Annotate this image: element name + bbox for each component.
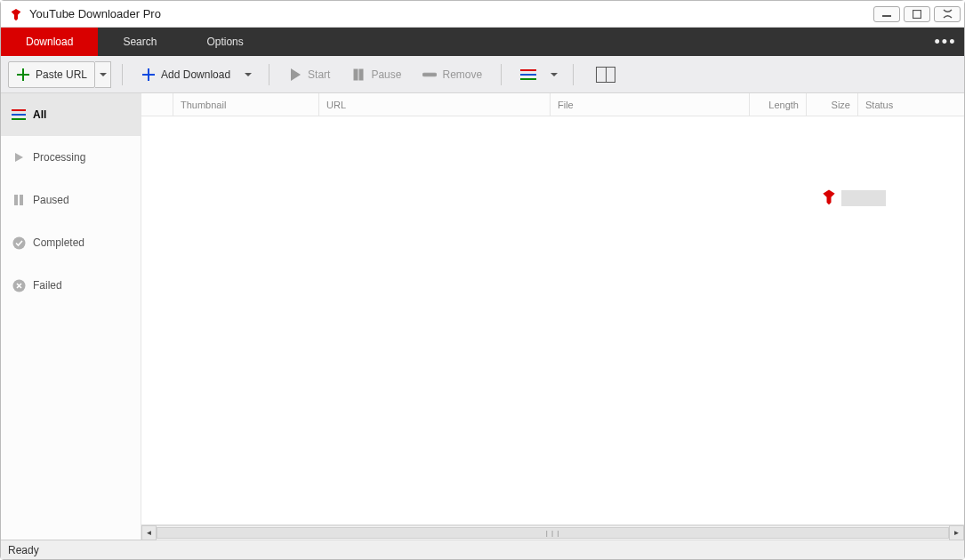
sidebar-item-label: Processing	[33, 151, 85, 164]
toolbar-separator	[501, 64, 502, 85]
column-label: Thumbnail	[181, 100, 226, 110]
svg-rect-0	[882, 15, 891, 17]
column-label: File	[558, 100, 574, 110]
column-header-size[interactable]: Size	[807, 93, 858, 116]
split-view-icon	[596, 67, 615, 83]
paste-url-label: Paste URL	[36, 68, 87, 81]
column-headers: Thumbnail URL File Length Size Status	[141, 93, 964, 116]
tab-label: Options	[206, 36, 243, 48]
app-logo-icon	[820, 188, 838, 209]
main-content: All Processing Paused Completed	[1, 93, 964, 540]
pause-icon	[12, 193, 26, 207]
sidebar-item-completed[interactable]: Completed	[1, 221, 141, 264]
column-header-url[interactable]: URL	[319, 93, 551, 116]
main-tabs: Download Search Options •••	[1, 28, 964, 56]
play-icon	[288, 68, 302, 82]
column-header-thumbnail[interactable]: Thumbnail	[173, 93, 319, 116]
titlebar: YouTube Downloader Pro	[1, 1, 964, 28]
column-label: Size	[832, 100, 850, 110]
toolbar-separator	[269, 64, 269, 85]
toolbar-separator	[122, 64, 123, 85]
tooltip-bar	[841, 190, 886, 206]
remove-button[interactable]: Remove	[414, 61, 490, 88]
tab-options[interactable]: Options	[181, 28, 268, 56]
menu-lines-icon	[520, 69, 538, 80]
x-circle-icon	[12, 278, 26, 292]
minimize-button[interactable]	[873, 6, 900, 22]
scroll-thumb[interactable]: | | |	[157, 527, 949, 539]
menu-lines-icon	[12, 108, 26, 122]
maximize-button[interactable]	[904, 6, 930, 22]
column-header-checkbox[interactable]	[141, 93, 173, 116]
pause-icon	[351, 68, 366, 82]
scroll-right-button[interactable]: ►	[949, 525, 964, 540]
sidebar-item-label: Failed	[33, 279, 62, 292]
column-header-length[interactable]: Length	[750, 93, 807, 116]
toolbar-separator	[573, 64, 574, 85]
pause-label: Pause	[371, 68, 401, 81]
download-list-body	[141, 116, 964, 524]
svg-rect-5	[14, 195, 18, 205]
add-download-button[interactable]: Add Download	[133, 61, 238, 88]
sidebar-item-processing[interactable]: Processing	[1, 136, 141, 179]
plus-icon	[141, 68, 156, 82]
svg-rect-2	[354, 69, 358, 80]
sidebar-item-label: Paused	[33, 194, 69, 206]
download-list-panel: Thumbnail URL File Length Size Status ◄ …	[141, 93, 964, 540]
tab-search[interactable]: Search	[98, 28, 181, 56]
tooltip-overlay	[820, 188, 886, 209]
sidebar-item-all[interactable]: All	[1, 93, 141, 136]
start-label: Start	[308, 68, 330, 81]
svg-rect-3	[359, 69, 363, 80]
sidebar-item-label: Completed	[33, 236, 84, 249]
window-title: YouTube Downloader Pro	[29, 7, 161, 20]
sidebar-item-label: All	[33, 108, 46, 121]
column-header-status[interactable]: Status	[858, 93, 964, 116]
start-button[interactable]: Start	[280, 61, 338, 88]
app-window: YouTube Downloader Pro Download Search O…	[0, 0, 965, 560]
close-button[interactable]	[934, 6, 961, 22]
scroll-track[interactable]: | | |	[157, 525, 949, 540]
app-logo-icon	[8, 6, 24, 22]
filter-dropdown[interactable]	[546, 61, 562, 88]
column-label: URL	[326, 100, 346, 110]
sidebar-item-failed[interactable]: Failed	[1, 264, 141, 307]
check-circle-icon	[12, 236, 26, 250]
tab-label: Download	[26, 36, 73, 48]
play-icon	[12, 150, 26, 164]
horizontal-scrollbar[interactable]: ◄ | | | ►	[141, 524, 964, 540]
layout-toggle-button[interactable]	[584, 61, 623, 88]
column-label: Status	[865, 100, 893, 110]
scroll-left-button[interactable]: ◄	[141, 525, 157, 540]
overflow-menu-button[interactable]: •••	[927, 28, 964, 56]
status-text: Ready	[8, 544, 39, 556]
toolbar: Paste URL Add Download Start Pause	[1, 56, 964, 93]
add-download-label: Add Download	[161, 68, 230, 81]
column-header-file[interactable]: File	[551, 93, 750, 116]
statusbar: Ready	[1, 540, 964, 559]
svg-rect-4	[422, 73, 437, 76]
svg-rect-6	[20, 195, 23, 205]
remove-label: Remove	[442, 68, 482, 81]
column-label: Length	[768, 100, 799, 110]
plus-icon	[16, 68, 30, 82]
tab-download[interactable]: Download	[1, 28, 98, 56]
chevron-down-icon	[245, 73, 252, 76]
svg-rect-1	[913, 10, 921, 18]
sidebar-item-paused[interactable]: Paused	[1, 179, 141, 221]
paste-url-button[interactable]: Paste URL	[8, 61, 95, 88]
paste-url-dropdown[interactable]	[95, 61, 111, 88]
chevron-down-icon	[551, 73, 558, 76]
minus-icon	[422, 68, 437, 82]
tab-label: Search	[123, 36, 157, 48]
svg-point-7	[12, 236, 25, 249]
chevron-down-icon	[100, 73, 107, 76]
filter-button[interactable]	[512, 61, 546, 88]
add-download-dropdown[interactable]	[238, 61, 258, 88]
pause-button[interactable]: Pause	[343, 61, 409, 88]
sidebar: All Processing Paused Completed	[1, 93, 141, 540]
